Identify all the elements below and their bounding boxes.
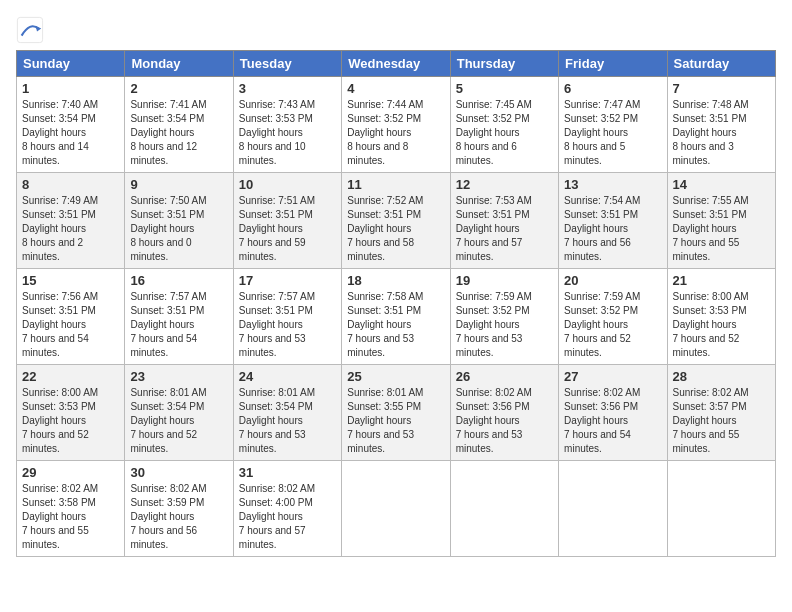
day-number: 20 <box>564 273 661 288</box>
weekday-header-sunday: Sunday <box>17 51 125 77</box>
day-number: 26 <box>456 369 553 384</box>
day-number: 4 <box>347 81 444 96</box>
day-info: Sunrise: 7:54 AMSunset: 3:51 PMDaylight … <box>564 195 640 262</box>
day-cell-17: 17 Sunrise: 7:57 AMSunset: 3:51 PMDaylig… <box>233 269 341 365</box>
empty-cell <box>342 461 450 557</box>
day-number: 19 <box>456 273 553 288</box>
weekday-header-saturday: Saturday <box>667 51 775 77</box>
day-number: 5 <box>456 81 553 96</box>
day-info: Sunrise: 8:01 AMSunset: 3:54 PMDaylight … <box>239 387 315 454</box>
day-number: 7 <box>673 81 770 96</box>
day-info: Sunrise: 8:02 AMSunset: 3:58 PMDaylight … <box>22 483 98 550</box>
day-cell-4: 4 Sunrise: 7:44 AMSunset: 3:52 PMDayligh… <box>342 77 450 173</box>
day-cell-3: 3 Sunrise: 7:43 AMSunset: 3:53 PMDayligh… <box>233 77 341 173</box>
day-info: Sunrise: 8:02 AMSunset: 3:57 PMDaylight … <box>673 387 749 454</box>
day-info: Sunrise: 7:48 AMSunset: 3:51 PMDaylight … <box>673 99 749 166</box>
day-number: 10 <box>239 177 336 192</box>
day-info: Sunrise: 7:47 AMSunset: 3:52 PMDaylight … <box>564 99 640 166</box>
day-cell-22: 22 Sunrise: 8:00 AMSunset: 3:53 PMDaylig… <box>17 365 125 461</box>
day-cell-18: 18 Sunrise: 7:58 AMSunset: 3:51 PMDaylig… <box>342 269 450 365</box>
empty-cell <box>450 461 558 557</box>
day-number: 25 <box>347 369 444 384</box>
day-cell-26: 26 Sunrise: 8:02 AMSunset: 3:56 PMDaylig… <box>450 365 558 461</box>
day-cell-15: 15 Sunrise: 7:56 AMSunset: 3:51 PMDaylig… <box>17 269 125 365</box>
day-number: 28 <box>673 369 770 384</box>
week-row-2: 8 Sunrise: 7:49 AMSunset: 3:51 PMDayligh… <box>17 173 776 269</box>
day-info: Sunrise: 7:57 AMSunset: 3:51 PMDaylight … <box>130 291 206 358</box>
day-number: 13 <box>564 177 661 192</box>
weekday-header-monday: Monday <box>125 51 233 77</box>
day-info: Sunrise: 7:53 AMSunset: 3:51 PMDaylight … <box>456 195 532 262</box>
day-cell-13: 13 Sunrise: 7:54 AMSunset: 3:51 PMDaylig… <box>559 173 667 269</box>
empty-cell <box>559 461 667 557</box>
day-info: Sunrise: 7:45 AMSunset: 3:52 PMDaylight … <box>456 99 532 166</box>
day-number: 2 <box>130 81 227 96</box>
day-number: 29 <box>22 465 119 480</box>
week-row-4: 22 Sunrise: 8:00 AMSunset: 3:53 PMDaylig… <box>17 365 776 461</box>
empty-cell <box>667 461 775 557</box>
day-info: Sunrise: 7:41 AMSunset: 3:54 PMDaylight … <box>130 99 206 166</box>
weekday-header-thursday: Thursday <box>450 51 558 77</box>
day-info: Sunrise: 7:52 AMSunset: 3:51 PMDaylight … <box>347 195 423 262</box>
day-cell-25: 25 Sunrise: 8:01 AMSunset: 3:55 PMDaylig… <box>342 365 450 461</box>
day-info: Sunrise: 7:58 AMSunset: 3:51 PMDaylight … <box>347 291 423 358</box>
day-cell-30: 30 Sunrise: 8:02 AMSunset: 3:59 PMDaylig… <box>125 461 233 557</box>
day-cell-21: 21 Sunrise: 8:00 AMSunset: 3:53 PMDaylig… <box>667 269 775 365</box>
day-number: 17 <box>239 273 336 288</box>
day-number: 1 <box>22 81 119 96</box>
day-number: 14 <box>673 177 770 192</box>
day-number: 15 <box>22 273 119 288</box>
day-number: 8 <box>22 177 119 192</box>
day-number: 11 <box>347 177 444 192</box>
week-row-5: 29 Sunrise: 8:02 AMSunset: 3:58 PMDaylig… <box>17 461 776 557</box>
day-number: 31 <box>239 465 336 480</box>
day-info: Sunrise: 7:43 AMSunset: 3:53 PMDaylight … <box>239 99 315 166</box>
day-cell-28: 28 Sunrise: 8:02 AMSunset: 3:57 PMDaylig… <box>667 365 775 461</box>
day-info: Sunrise: 7:44 AMSunset: 3:52 PMDaylight … <box>347 99 423 166</box>
day-cell-19: 19 Sunrise: 7:59 AMSunset: 3:52 PMDaylig… <box>450 269 558 365</box>
page-header <box>16 16 776 44</box>
calendar-table: SundayMondayTuesdayWednesdayThursdayFrid… <box>16 50 776 557</box>
day-number: 18 <box>347 273 444 288</box>
day-cell-9: 9 Sunrise: 7:50 AMSunset: 3:51 PMDayligh… <box>125 173 233 269</box>
week-row-3: 15 Sunrise: 7:56 AMSunset: 3:51 PMDaylig… <box>17 269 776 365</box>
day-number: 30 <box>130 465 227 480</box>
day-cell-1: 1 Sunrise: 7:40 AMSunset: 3:54 PMDayligh… <box>17 77 125 173</box>
day-info: Sunrise: 7:59 AMSunset: 3:52 PMDaylight … <box>564 291 640 358</box>
weekday-header-wednesday: Wednesday <box>342 51 450 77</box>
day-cell-12: 12 Sunrise: 7:53 AMSunset: 3:51 PMDaylig… <box>450 173 558 269</box>
day-info: Sunrise: 8:00 AMSunset: 3:53 PMDaylight … <box>22 387 98 454</box>
day-info: Sunrise: 8:00 AMSunset: 3:53 PMDaylight … <box>673 291 749 358</box>
day-info: Sunrise: 8:01 AMSunset: 3:55 PMDaylight … <box>347 387 423 454</box>
day-number: 22 <box>22 369 119 384</box>
day-cell-20: 20 Sunrise: 7:59 AMSunset: 3:52 PMDaylig… <box>559 269 667 365</box>
day-cell-23: 23 Sunrise: 8:01 AMSunset: 3:54 PMDaylig… <box>125 365 233 461</box>
logo <box>16 16 46 44</box>
day-cell-2: 2 Sunrise: 7:41 AMSunset: 3:54 PMDayligh… <box>125 77 233 173</box>
weekday-header-tuesday: Tuesday <box>233 51 341 77</box>
day-info: Sunrise: 7:57 AMSunset: 3:51 PMDaylight … <box>239 291 315 358</box>
day-info: Sunrise: 8:02 AMSunset: 3:56 PMDaylight … <box>564 387 640 454</box>
day-cell-10: 10 Sunrise: 7:51 AMSunset: 3:51 PMDaylig… <box>233 173 341 269</box>
day-info: Sunrise: 7:40 AMSunset: 3:54 PMDaylight … <box>22 99 98 166</box>
day-number: 12 <box>456 177 553 192</box>
day-number: 16 <box>130 273 227 288</box>
day-cell-11: 11 Sunrise: 7:52 AMSunset: 3:51 PMDaylig… <box>342 173 450 269</box>
day-info: Sunrise: 7:55 AMSunset: 3:51 PMDaylight … <box>673 195 749 262</box>
day-cell-5: 5 Sunrise: 7:45 AMSunset: 3:52 PMDayligh… <box>450 77 558 173</box>
day-cell-27: 27 Sunrise: 8:02 AMSunset: 3:56 PMDaylig… <box>559 365 667 461</box>
day-info: Sunrise: 7:50 AMSunset: 3:51 PMDaylight … <box>130 195 206 262</box>
day-info: Sunrise: 7:59 AMSunset: 3:52 PMDaylight … <box>456 291 532 358</box>
day-info: Sunrise: 7:49 AMSunset: 3:51 PMDaylight … <box>22 195 98 262</box>
day-number: 9 <box>130 177 227 192</box>
weekday-header-friday: Friday <box>559 51 667 77</box>
day-info: Sunrise: 7:51 AMSunset: 3:51 PMDaylight … <box>239 195 315 262</box>
logo-icon <box>16 16 44 44</box>
day-info: Sunrise: 8:01 AMSunset: 3:54 PMDaylight … <box>130 387 206 454</box>
day-cell-7: 7 Sunrise: 7:48 AMSunset: 3:51 PMDayligh… <box>667 77 775 173</box>
day-cell-6: 6 Sunrise: 7:47 AMSunset: 3:52 PMDayligh… <box>559 77 667 173</box>
day-number: 3 <box>239 81 336 96</box>
day-number: 6 <box>564 81 661 96</box>
day-info: Sunrise: 8:02 AMSunset: 4:00 PMDaylight … <box>239 483 315 550</box>
day-info: Sunrise: 8:02 AMSunset: 3:56 PMDaylight … <box>456 387 532 454</box>
